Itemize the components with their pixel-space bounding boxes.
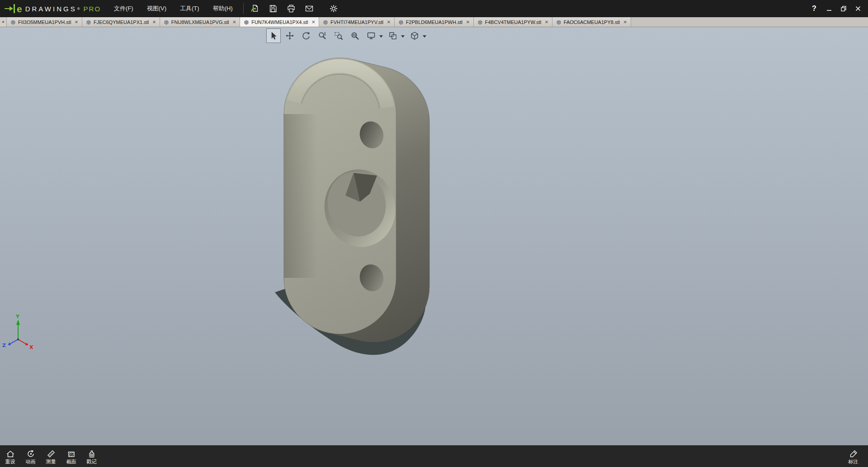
- rotate-tool-button[interactable]: [299, 29, 313, 43]
- minimize-button[interactable]: [822, 2, 836, 15]
- options-button[interactable]: [326, 2, 341, 15]
- view-toolbar: [266, 29, 427, 43]
- section-icon: [67, 449, 76, 458]
- edrawings-logo-icon: [5, 4, 16, 14]
- viewport-canvas[interactable]: Y X Z: [0, 27, 868, 445]
- measure-icon: [47, 449, 56, 458]
- markup-button[interactable]: 标注: [843, 448, 863, 464]
- restore-icon: [840, 5, 847, 12]
- tab-close-icon[interactable]: ×: [466, 20, 470, 24]
- menu-help[interactable]: 帮助(H): [206, 0, 240, 17]
- tab-close-icon[interactable]: ×: [623, 20, 627, 24]
- button-label: 动画: [26, 459, 36, 464]
- tab-close-icon[interactable]: ×: [387, 20, 391, 24]
- zoom-icon: [318, 31, 327, 40]
- tab-label: FUN7K4WMEUA1PX4.stl: [251, 19, 308, 25]
- appearance-icon: [388, 31, 397, 40]
- app-logo: e DRAWINGS ® PRO: [5, 4, 101, 14]
- zoom-tool-button[interactable]: [315, 29, 330, 43]
- logo-edition: PRO: [84, 5, 101, 13]
- button-label: 戳记: [87, 459, 97, 464]
- close-button[interactable]: [851, 2, 865, 15]
- print-icon: [287, 4, 296, 13]
- tab-document-1[interactable]: FII3O5MMEUA1PVH.stl ×: [7, 17, 82, 27]
- open-button[interactable]: [247, 2, 263, 15]
- stamp-icon: [87, 449, 96, 458]
- tab-document-7[interactable]: F4BCV4TMEUA1PYW.stl ×: [474, 17, 552, 27]
- model-3d-view: Y X Z: [0, 27, 868, 445]
- close-icon: [855, 5, 861, 12]
- tab-close-icon[interactable]: ×: [311, 20, 315, 24]
- tab-label: FVHTI74MEUA1PYV.stl: [330, 19, 383, 25]
- save-button[interactable]: [265, 2, 281, 15]
- window-controls: ?: [807, 2, 865, 15]
- send-email-icon: [305, 4, 314, 13]
- help-button[interactable]: ?: [807, 5, 822, 13]
- zoom-area-tool-button[interactable]: [331, 29, 346, 43]
- display-mode-button[interactable]: [364, 29, 378, 43]
- zoom-fit-icon: [350, 31, 359, 40]
- part-icon: [323, 19, 328, 25]
- zoom-area-icon: [334, 31, 343, 40]
- button-label: 截面: [66, 459, 76, 464]
- menu-bar: 文件(F) 视图(V) 工具(T) 帮助(H): [107, 0, 240, 17]
- triad-y-label: Y: [15, 314, 20, 319]
- menu-file[interactable]: 文件(F): [107, 0, 140, 17]
- minimize-icon: [826, 5, 832, 12]
- reset-button[interactable]: 重设: [0, 448, 20, 464]
- logo-product: DRAWINGS: [25, 5, 77, 13]
- print-button[interactable]: [283, 2, 299, 15]
- select-icon: [269, 31, 278, 40]
- titlebar-toolbar: [247, 2, 341, 15]
- menu-tools[interactable]: 工具(T): [173, 0, 206, 17]
- logo-letter: e: [17, 4, 22, 14]
- animation-icon: [26, 449, 35, 458]
- triad-x-label: X: [29, 344, 33, 350]
- menu-view[interactable]: 视图(V): [140, 0, 173, 17]
- part-icon: [477, 19, 483, 25]
- tab-label: F2PBLD6MEUA1PWH.stl: [406, 19, 462, 25]
- open-icon: [250, 4, 259, 13]
- tab-document-2[interactable]: FJEC6QYMEUA1PX1.stl ×: [82, 17, 160, 27]
- stamp-button[interactable]: 戳记: [81, 448, 102, 464]
- part-icon: [556, 19, 561, 25]
- animation-button[interactable]: 动画: [20, 448, 41, 464]
- tab-close-icon[interactable]: ×: [545, 20, 548, 24]
- appearance-button[interactable]: [386, 29, 400, 43]
- measure-button[interactable]: 测量: [41, 448, 61, 464]
- section-button[interactable]: 截面: [61, 448, 81, 464]
- dropdown-caret-icon[interactable]: [401, 35, 405, 39]
- tab-document-4-active[interactable]: FUN7K4WMEUA1PX4.stl ×: [240, 17, 319, 27]
- pan-icon: [285, 31, 294, 40]
- home-icon: [6, 449, 15, 458]
- new-tab-button[interactable]: +: [0, 17, 7, 27]
- document-tab-bar: + FII3O5MMEUA1PVH.stl × FJEC6QYMEUA1PX1.…: [0, 17, 868, 27]
- rotate-icon: [302, 31, 311, 40]
- view-cube-icon: [410, 31, 419, 40]
- zoom-fit-tool-button[interactable]: [348, 29, 362, 43]
- tab-close-icon[interactable]: ×: [75, 20, 78, 24]
- part-icon: [164, 19, 169, 25]
- gear-icon: [329, 4, 338, 13]
- dropdown-caret-icon[interactable]: [423, 35, 426, 39]
- triad-z-label: Z: [2, 343, 6, 348]
- tab-close-icon[interactable]: ×: [152, 20, 156, 24]
- select-tool-button[interactable]: [266, 29, 281, 43]
- restore-button[interactable]: [836, 2, 851, 15]
- bottom-toolbar: 重设 动画 测量 截面 戳记: [0, 445, 868, 467]
- dropdown-caret-icon[interactable]: [379, 35, 383, 39]
- tab-label: F4BCV4TMEUA1PYW.stl: [485, 19, 542, 25]
- part-icon: [398, 19, 404, 25]
- save-icon: [269, 4, 278, 13]
- send-email-button[interactable]: [302, 2, 317, 15]
- tab-document-8[interactable]: FAOC6ACMEUA1PY8.stl ×: [552, 17, 631, 27]
- tab-close-icon[interactable]: ×: [233, 20, 236, 24]
- tab-document-6[interactable]: F2PBLD6MEUA1PWH.stl ×: [395, 17, 474, 27]
- view-orientation-button[interactable]: [407, 29, 422, 43]
- tab-document-3[interactable]: FNU8WLXMEUA1PVG.stl ×: [160, 17, 240, 27]
- orientation-triad: Y X Z: [2, 314, 33, 350]
- tab-document-5[interactable]: FVHTI74MEUA1PYV.stl ×: [319, 17, 395, 27]
- logo-reg: ®: [77, 7, 80, 11]
- pan-tool-button[interactable]: [283, 29, 297, 43]
- part-icon: [244, 19, 249, 25]
